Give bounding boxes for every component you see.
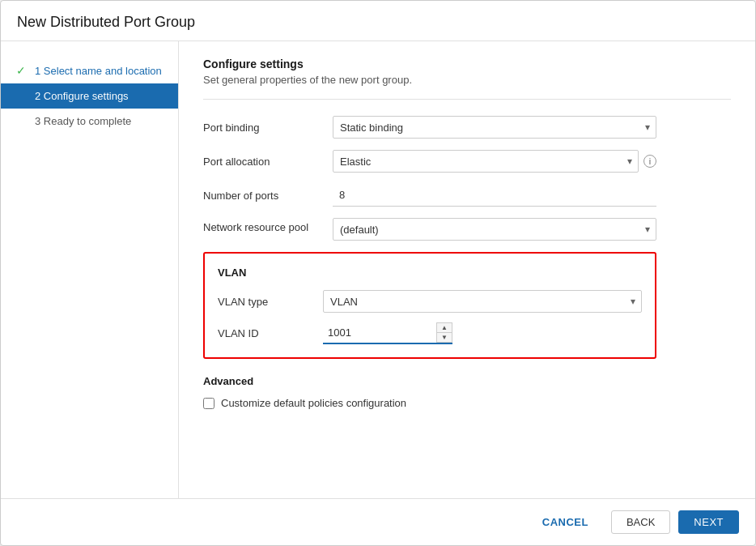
port-binding-row: Port binding Static binding Dynamic bind… (203, 116, 656, 139)
form-area: Port binding Static binding Dynamic bind… (203, 116, 656, 241)
vlan-type-select[interactable]: None VLAN VLAN trunking Private VLAN (323, 290, 642, 313)
port-allocation-select[interactable]: Elastic Fixed (333, 150, 639, 173)
dialog-footer: CANCEL BACK NEXT (1, 498, 755, 545)
vlan-id-decrement-button[interactable]: ▼ (437, 333, 452, 343)
main-content: Configure settings Set general propertie… (179, 41, 755, 498)
vlan-id-spinner-buttons: ▲ ▼ (436, 322, 452, 343)
port-allocation-row: Port allocation Elastic Fixed i (203, 150, 656, 173)
sidebar-item-step3: 3 Ready to complete (1, 109, 178, 134)
network-resource-pool-select-wrapper: (default) (333, 218, 656, 241)
number-of-ports-row: Number of ports (203, 184, 656, 207)
sidebar-step1-label: 1 Select name and location (35, 65, 162, 77)
vlan-id-label: VLAN ID (218, 327, 323, 339)
vlan-section-title: VLAN (218, 267, 642, 279)
number-of-ports-input[interactable] (333, 184, 656, 207)
advanced-section: Advanced Customize default policies conf… (203, 375, 656, 409)
section-divider (203, 99, 731, 100)
next-button[interactable]: NEXT (678, 510, 739, 534)
network-resource-pool-label: Network resource pool (203, 218, 333, 233)
customize-policies-label[interactable]: Customize default policies configuration (221, 397, 406, 409)
cancel-button[interactable]: CANCEL (528, 511, 603, 533)
section-subtitle: Set general properties of the new port g… (203, 74, 731, 86)
new-distributed-port-group-dialog: New Distributed Port Group ✓ 1 Select na… (0, 0, 756, 546)
dialog-body: ✓ 1 Select name and location 2 Configure… (1, 41, 755, 498)
network-resource-pool-select[interactable]: (default) (333, 218, 656, 241)
port-binding-select[interactable]: Static binding Dynamic binding Ephemeral (333, 116, 656, 139)
number-of-ports-label: Number of ports (203, 190, 333, 202)
vlan-id-row: VLAN ID ▲ ▼ (218, 322, 642, 344)
vlan-id-spinner: ▲ ▼ (323, 322, 452, 344)
vlan-id-increment-button[interactable]: ▲ (437, 323, 452, 333)
port-allocation-select-wrapper: Elastic Fixed (333, 150, 639, 173)
customize-policies-row: Customize default policies configuration (203, 397, 656, 409)
port-allocation-info-icon[interactable]: i (643, 155, 656, 168)
advanced-title: Advanced (203, 375, 656, 387)
sidebar: ✓ 1 Select name and location 2 Configure… (1, 41, 179, 498)
sidebar-item-step1[interactable]: ✓ 1 Select name and location (1, 58, 178, 83)
vlan-id-control: ▲ ▼ (323, 322, 642, 344)
sidebar-step2-label: 2 Configure settings (35, 90, 129, 102)
back-button[interactable]: BACK (611, 510, 670, 534)
section-title: Configure settings (203, 58, 731, 70)
dialog-title: New Distributed Port Group (1, 1, 755, 41)
port-binding-select-wrapper: Static binding Dynamic binding Ephemeral (333, 116, 656, 139)
sidebar-item-step2[interactable]: 2 Configure settings (1, 83, 178, 109)
vlan-type-row: VLAN type None VLAN VLAN trunking Privat… (218, 290, 642, 313)
vlan-type-select-wrapper: None VLAN VLAN trunking Private VLAN (323, 290, 642, 313)
number-of-ports-control (333, 184, 656, 207)
port-binding-label: Port binding (203, 122, 333, 134)
sidebar-step3-label: 3 Ready to complete (35, 115, 131, 127)
vlan-type-label: VLAN type (218, 296, 323, 308)
port-allocation-control: Elastic Fixed i (333, 150, 656, 173)
port-allocation-label: Port allocation (203, 156, 333, 168)
check-icon: ✓ (14, 64, 28, 77)
network-resource-pool-row: Network resource pool (default) (203, 218, 656, 241)
vlan-section: VLAN VLAN type None VLAN VLAN trunking P… (203, 252, 656, 359)
vlan-id-input[interactable] (323, 322, 436, 343)
customize-policies-checkbox[interactable] (203, 398, 214, 409)
